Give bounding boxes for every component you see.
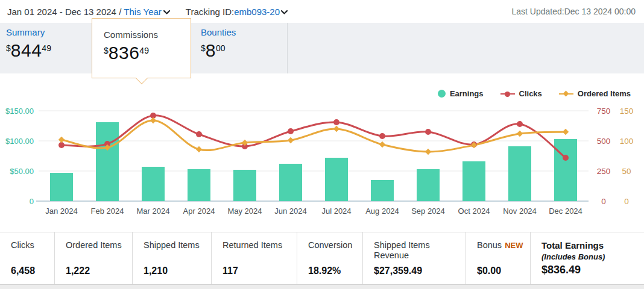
point-ordered-items: [425, 149, 431, 155]
bar-earnings: [371, 180, 394, 201]
point-ordered-items: [517, 131, 523, 137]
svg-text:Dec 2024: Dec 2024: [549, 207, 582, 216]
svg-text:Apr 2024: Apr 2024: [183, 207, 215, 216]
chevron-down-icon: [163, 10, 170, 14]
point-ordered-items: [379, 141, 385, 148]
stat-value: 6,458: [11, 266, 35, 276]
stat-value: $27,359.49: [374, 266, 422, 276]
bar-earnings: [233, 170, 256, 201]
svg-text:Jul 2024: Jul 2024: [321, 207, 351, 216]
tab-label: Commissions: [104, 30, 191, 40]
bar-earnings: [96, 122, 119, 201]
stat-bonus: BonusNEW$0.00: [466, 232, 531, 284]
svg-text:May 2024: May 2024: [227, 207, 262, 216]
svg-text:$50.00: $50.00: [10, 167, 34, 176]
stat-value: 1,222: [66, 266, 90, 276]
svg-text:0: 0: [30, 197, 34, 206]
svg-text:750: 750: [597, 107, 611, 116]
stat-label: Shipped Items: [144, 240, 206, 250]
legend-item-earnings[interactable]: Earnings: [438, 89, 484, 98]
bar-earnings: [462, 161, 485, 201]
stat-returned-items: Returned Items117: [212, 232, 297, 284]
point-clicks: [563, 155, 569, 161]
tab-summary[interactable]: Summary $84449: [0, 23, 92, 73]
tracking-id-value: emb093-20: [234, 7, 280, 17]
svg-text:Oct 2024: Oct 2024: [458, 207, 490, 216]
stat-sublabel: (Includes Bonus): [541, 252, 639, 261]
tracking-id-selector[interactable]: emb093-20: [234, 7, 288, 17]
stat-value: $836.49: [541, 264, 581, 276]
bar-earnings: [417, 169, 440, 201]
earnings-marker-icon: [438, 90, 446, 98]
point-clicks: [517, 121, 523, 127]
stat-value: $0.00: [477, 266, 501, 276]
summary-stats-bar: Clicks6,458Ordered Items1,222Shipped Ite…: [0, 232, 644, 284]
tab-amount: $84449: [6, 40, 92, 61]
tracking-id-label: Tracking ID:: [186, 7, 234, 17]
stat-label: Clicks: [11, 240, 49, 250]
point-ordered-items: [196, 146, 202, 152]
stat-shipped-items-revenue: Shipped Items Revenue$27,359.49: [363, 232, 466, 284]
legend-label: Ordered Items: [578, 89, 631, 98]
tab-label: Summary: [6, 27, 92, 37]
point-clicks: [425, 129, 431, 135]
legend-item-clicks[interactable]: Clicks: [500, 89, 542, 98]
stat-label: Shipped Items Revenue: [374, 240, 461, 261]
point-ordered-items: [288, 137, 294, 143]
point-clicks: [288, 128, 294, 134]
line-clicks: [62, 116, 566, 158]
point-ordered-items: [563, 129, 569, 135]
svg-text:50: 50: [622, 167, 631, 176]
bar-earnings: [325, 158, 348, 201]
new-badge: NEW: [505, 241, 523, 250]
point-clicks: [333, 119, 339, 125]
bar-earnings: [188, 169, 210, 201]
svg-text:100: 100: [620, 137, 634, 146]
stat-clicks: Clicks6,458: [0, 232, 55, 284]
point-clicks: [379, 133, 385, 139]
stat-value: 117: [223, 266, 238, 276]
svg-text:0: 0: [624, 197, 629, 206]
last-updated: Last Updated:Dec 13 2024 00:00: [512, 7, 636, 16]
bar-earnings: [142, 167, 165, 201]
svg-text:$150.00: $150.00: [5, 107, 34, 116]
stat-label: Conversion: [308, 240, 358, 250]
stat-ordered-items: Ordered Items1,222: [55, 232, 133, 284]
svg-text:$100.00: $100.00: [5, 137, 34, 146]
point-clicks: [58, 142, 65, 148]
earnings-chart-section: EarningsClicksOrdered Items $150.0075015…: [0, 73, 644, 232]
tab-amount: $800: [201, 40, 287, 61]
point-ordered-items: [150, 117, 156, 123]
bar-earnings: [554, 139, 577, 201]
period-selector[interactable]: This Year: [124, 7, 170, 17]
stat-label: Ordered Items: [66, 240, 127, 250]
svg-text:Sep 2024: Sep 2024: [411, 207, 445, 216]
legend-label: Earnings: [450, 89, 484, 98]
chevron-down-icon: [281, 10, 288, 14]
stat-label: Returned Items: [223, 240, 292, 250]
tab-bounties[interactable]: Bounties $800: [191, 23, 288, 73]
stat-value: 1,210: [144, 266, 168, 276]
legend-item-ordered-items[interactable]: Ordered Items: [559, 89, 631, 98]
svg-text:0: 0: [601, 197, 606, 206]
page-footer-strip: [0, 284, 644, 289]
stat-total-earnings: Total Earnings(Includes Bonus)$836.49: [531, 232, 644, 284]
svg-text:Nov 2024: Nov 2024: [503, 207, 537, 216]
point-clicks: [196, 131, 202, 137]
svg-text:150: 150: [620, 107, 634, 116]
bar-earnings: [508, 146, 531, 201]
svg-text:Jan 2024: Jan 2024: [45, 207, 78, 216]
ordered-items-marker-icon: [559, 90, 573, 98]
stat-label: Total Earnings: [541, 240, 639, 251]
tab-amount: $83649: [104, 43, 191, 63]
bar-earnings: [279, 164, 302, 201]
point-ordered-items: [58, 137, 65, 143]
tab-label: Bounties: [201, 27, 287, 37]
point-ordered-items: [333, 126, 339, 132]
stat-label: BonusNEW: [477, 240, 525, 250]
svg-text:250: 250: [597, 167, 611, 176]
svg-text:Mar 2024: Mar 2024: [137, 207, 170, 216]
stat-value: 18.92%: [308, 266, 341, 276]
svg-text:Jun 2024: Jun 2024: [274, 207, 307, 216]
tab-commissions[interactable]: Commissions $83649: [92, 18, 191, 78]
